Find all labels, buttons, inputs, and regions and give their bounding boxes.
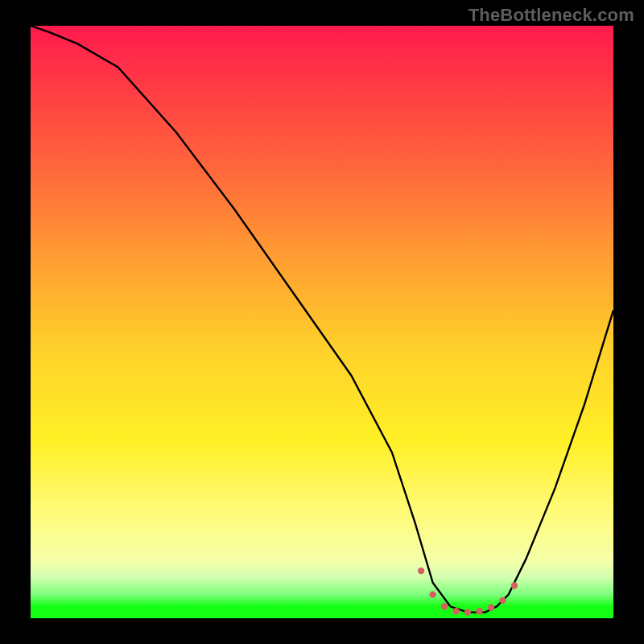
marker-dot — [452, 608, 459, 614]
watermark-text: TheBottleneck.com — [469, 5, 634, 26]
curve-svg — [31, 26, 613, 618]
marker-dot — [441, 603, 448, 609]
marker-dot — [418, 568, 424, 574]
bottleneck-markers — [418, 568, 518, 616]
marker-dot — [476, 608, 482, 614]
chart-frame: TheBottleneck.com — [0, 0, 644, 644]
plot-area — [31, 26, 613, 618]
marker-dot — [511, 582, 518, 588]
bottleneck-curve — [31, 26, 613, 613]
marker-dot — [488, 605, 494, 611]
marker-dot — [429, 591, 436, 597]
marker-dot — [464, 609, 471, 615]
marker-dot — [499, 597, 506, 604]
